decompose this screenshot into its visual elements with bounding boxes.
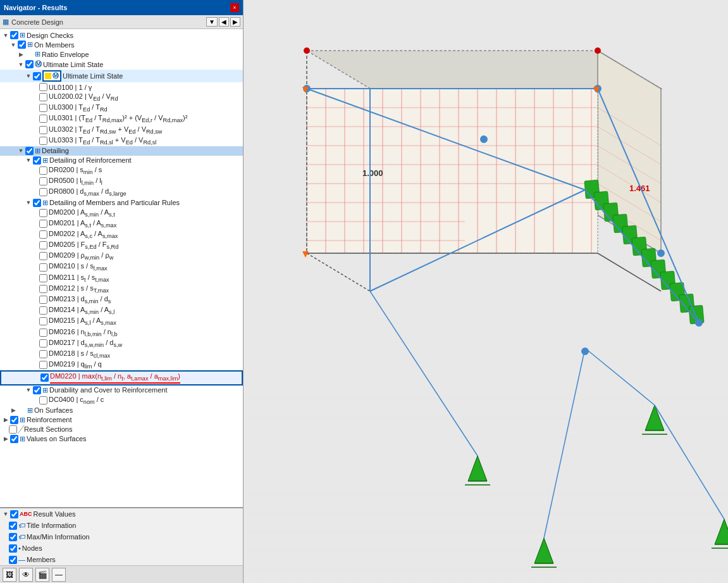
check-reinforcement[interactable]	[10, 416, 18, 424]
check-title-info[interactable]	[9, 522, 17, 530]
check-ul0200[interactable]	[39, 93, 47, 101]
tree-item-dm0205[interactable]: DM0205 | Fs,Ed / Fs,Rd	[0, 240, 243, 251]
check-result-sections[interactable]	[9, 425, 17, 434]
tree-item-uls-parent[interactable]: ▼ Ⓜ Ultimate Limit State	[0, 59, 243, 70]
check-ul0302[interactable]	[39, 126, 47, 134]
tree-item-detailing-reinforcement[interactable]: ▼ ⊞ Detailing of Reinforcement	[0, 156, 243, 165]
tree-item-result-sections[interactable]: ╱ Result Sections	[0, 425, 243, 434]
toolbar-btn-line[interactable]: —	[52, 568, 66, 582]
tree-item-dm0210[interactable]: DM0210 | s / sl,max	[0, 261, 243, 272]
check-dm0209[interactable]	[39, 252, 47, 260]
toolbar-btn-eye[interactable]: 👁	[19, 568, 33, 582]
check-dm0217[interactable]	[39, 339, 47, 348]
dropdown-arrow[interactable]: ▼	[206, 17, 218, 27]
tree-item-dm0201[interactable]: DM0201 | As,t / As,max	[0, 218, 243, 229]
tree-item-ul0200[interactable]: UL0200.02 | VEd / VRd	[0, 92, 243, 103]
result-section-result-values[interactable]: ▼ ABC Result Values	[0, 508, 243, 520]
check-ul0303[interactable]	[39, 137, 47, 145]
tree-item-ul0300[interactable]: UL0300 | TEd / TRd	[0, 103, 243, 113]
check-dr0200[interactable]	[39, 166, 47, 175]
tree-item-dm0215[interactable]: DM0215 | As,l / As,max	[0, 316, 243, 327]
check-dc0400[interactable]	[39, 396, 47, 404]
tree-item-dm0200[interactable]: DM0200 | As,min / As,t	[0, 208, 243, 218]
check-dm0220[interactable]	[40, 373, 49, 382]
check-dm0214[interactable]	[39, 306, 47, 315]
tree-item-ul0303[interactable]: UL0303 | TEd / TRd,sl + VEd / VRd,sl	[0, 135, 243, 146]
check-result-values[interactable]	[10, 510, 18, 518]
tree-item-dm0212[interactable]: DM0212 | s / sT,max	[0, 284, 243, 294]
check-dr0500[interactable]	[39, 177, 47, 185]
toolbar-btn-image[interactable]: 🖼	[3, 568, 16, 582]
check-durability[interactable]	[33, 386, 41, 394]
tree-item-dm0220[interactable]: DM0220 | max(nt,lim / nt, at,amax / amax…	[0, 370, 243, 385]
check-det-members[interactable]	[33, 199, 41, 207]
tree-item-on-surfaces[interactable]: ▶ ⊞ On Surfaces	[0, 406, 243, 415]
check-dm0200[interactable]	[39, 209, 47, 217]
tree-item-dc0400[interactable]: DC0400 | cnom / c	[0, 395, 243, 406]
check-dm0211[interactable]	[39, 274, 47, 282]
tree-item-design-checks[interactable]: ▼ ⊞ Design Checks	[0, 30, 243, 40]
tree-item-durability[interactable]: ▼ ⊞ Durability and Cover to Reinforcemen…	[0, 386, 243, 395]
label-dm0212: DM0212 | s / sT,max	[49, 284, 109, 294]
tree-item-dm0209[interactable]: DM0209 | ρw,min / ρw	[0, 251, 243, 261]
tree-item-dm0219[interactable]: DM0219 | qlim / q	[0, 360, 243, 370]
tree-item-uls-highlighted[interactable]: ▼ Ⓜ Ultimate Limit State	[0, 70, 243, 82]
check-ul0100[interactable]	[39, 83, 47, 91]
tree-item-reinforcement[interactable]: ▶ ⊞ Reinforcement	[0, 415, 243, 425]
check-on-members[interactable]	[18, 41, 26, 49]
tree-item-detailing-members[interactable]: ▼ ⊞ Detailing of Members and Particular …	[0, 198, 243, 208]
result-section-maxmin-info[interactable]: 🏷 Max/Min Information	[0, 531, 243, 542]
tree-item-ratio-envelope[interactable]: ▶ ⊞ Ratio Envelope	[0, 49, 243, 59]
result-section-title-info[interactable]: 🏷 Title Information	[0, 520, 243, 531]
tree-item-detailing[interactable]: ▼ ⊞ Detailing	[0, 146, 243, 156]
check-dr0800[interactable]	[39, 188, 47, 196]
check-dm0210[interactable]	[39, 263, 47, 272]
check-det-reinforcement[interactable]	[33, 156, 41, 165]
check-members[interactable]	[9, 556, 17, 564]
tree-item-ul0302[interactable]: UL0302 | TEd / TRd,sw + VEd / VRd,sw	[0, 125, 243, 135]
check-detailing[interactable]	[25, 147, 34, 155]
check-dm0213[interactable]	[39, 296, 47, 304]
tree-item-dm0218[interactable]: DM0218 | s / scl,max	[0, 349, 243, 360]
tree-item-dr0500[interactable]: DR0500 | ll,min / ll	[0, 176, 243, 187]
tree-item-dm0216[interactable]: DM0216 | nl,b,min / nl,b	[0, 327, 243, 338]
check-dm0219[interactable]	[39, 361, 47, 369]
label-ul0300: UL0300 | TEd / TRd	[49, 103, 108, 113]
tree-item-dm0202[interactable]: DM0202 | As,c / As,max	[0, 229, 243, 240]
tree-item-dm0217[interactable]: DM0217 | ds,w,min / ds,w	[0, 338, 243, 349]
check-maxmin-info[interactable]	[9, 533, 17, 541]
nav-left-btn[interactable]: ◀	[219, 17, 229, 27]
check-design-checks[interactable]	[10, 31, 18, 39]
tree-item-dr0800[interactable]: DR0800 | ds,max / ds,large	[0, 187, 243, 197]
check-ul0300[interactable]	[39, 104, 47, 112]
tree-item-ul0301[interactable]: UL0301 | (TEd / TRd,max)² + (VEd,r / VRd…	[0, 113, 243, 124]
check-dm0218[interactable]	[39, 350, 47, 358]
check-dm0205[interactable]	[39, 241, 47, 249]
label-ratio-envelope: Ratio Envelope	[42, 51, 89, 58]
check-dm0202[interactable]	[39, 230, 47, 239]
toolbar-btn-camera[interactable]: 🎬	[35, 568, 49, 582]
check-uls-highlighted[interactable]	[33, 72, 41, 80]
result-section-nodes[interactable]: • Nodes	[0, 542, 243, 554]
viewport[interactable]: 1.000 1.461	[244, 0, 728, 583]
check-ul0301[interactable]	[39, 115, 47, 123]
check-dm0212[interactable]	[39, 285, 47, 293]
result-section-members[interactable]: — Members	[0, 554, 243, 565]
tree-item-dm0211[interactable]: DM0211 | st / st,max	[0, 273, 243, 284]
tree-item-dr0200[interactable]: DR0200 | smin / s	[0, 165, 243, 176]
tree-area[interactable]: ▼ ⊞ Design Checks ▼ ⊞ On Members ▶ ⊞ Rat…	[0, 29, 243, 507]
check-dm0216[interactable]	[39, 329, 47, 337]
check-nodes[interactable]	[9, 544, 17, 553]
check-dm0215[interactable]	[39, 317, 47, 325]
check-values-on-surfaces[interactable]	[10, 435, 18, 443]
tree-item-dm0214[interactable]: DM0214 | As,min / As,l	[0, 305, 243, 316]
close-button[interactable]: ×	[230, 3, 239, 12]
tree-item-on-members[interactable]: ▼ ⊞ On Members	[0, 40, 243, 49]
icon-det-reinforcement: ⊞	[42, 156, 48, 165]
tree-item-ul0100[interactable]: UL0100 | 1 / γ	[0, 82, 243, 92]
check-dm0201[interactable]	[39, 220, 47, 228]
tree-item-values-on-surfaces[interactable]: ▶ ⊞ Values on Surfaces	[0, 434, 243, 444]
check-uls-parent[interactable]	[25, 60, 34, 68]
tree-item-dm0213[interactable]: DM0213 | ds,min / ds	[0, 294, 243, 305]
nav-right-btn[interactable]: ▶	[230, 17, 240, 27]
